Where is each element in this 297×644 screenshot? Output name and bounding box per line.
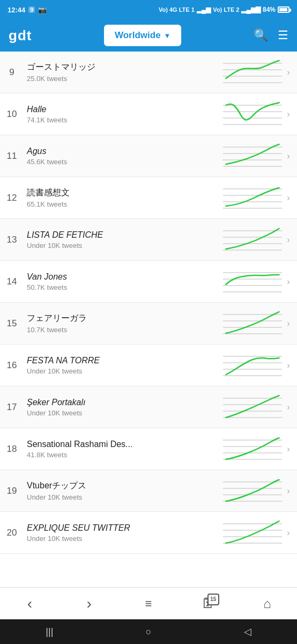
trend-chevron-icon: › bbox=[283, 68, 294, 77]
battery-icon bbox=[278, 6, 289, 13]
region-label: Worldwide bbox=[115, 30, 161, 41]
android-home-button[interactable]: ○ bbox=[135, 626, 162, 638]
trend-sparkline bbox=[223, 518, 282, 547]
trend-chevron-icon: › bbox=[283, 319, 294, 328]
trend-info: Halle74.1K tweets bbox=[24, 98, 223, 130]
app-logo: gdt bbox=[9, 27, 32, 44]
trend-chevron-icon: › bbox=[283, 109, 294, 119]
header-icons: 🔍 ☰ bbox=[254, 28, 288, 42]
trend-rank: 10 bbox=[0, 109, 24, 120]
list-item[interactable]: 19VtuberチップスUnder 10K tweets› bbox=[0, 470, 297, 512]
trend-chevron-icon: › bbox=[283, 361, 294, 370]
trend-name: FESTA NA TORRE bbox=[27, 356, 221, 365]
android-recent-icon: ||| bbox=[46, 626, 53, 638]
signal-info2: Vo) LTE 2 bbox=[213, 6, 239, 13]
trend-chevron-icon: › bbox=[283, 151, 294, 161]
trend-tweet-count: 41.8K tweets bbox=[27, 451, 221, 459]
trend-tweet-count: Under 10K tweets bbox=[27, 367, 221, 375]
trend-sparkline bbox=[223, 225, 282, 254]
trend-tweet-count: Under 10K tweets bbox=[27, 241, 221, 250]
trend-sparkline bbox=[223, 477, 282, 506]
trend-rank: 19 bbox=[0, 486, 24, 496]
android-back-icon: ◁ bbox=[244, 626, 251, 638]
app-header: gdt Worldwide ▼ 🔍 ☰ bbox=[0, 19, 297, 52]
trend-name: ゴーストマリッジ bbox=[27, 62, 221, 73]
trend-sparkline bbox=[223, 435, 282, 464]
back-icon: ‹ bbox=[27, 595, 32, 612]
trend-name: Sensational Rashami Des... bbox=[27, 440, 221, 449]
trend-sparkline bbox=[223, 309, 282, 338]
list-item[interactable]: 12読書感想文65.1K tweets› bbox=[0, 177, 297, 219]
list-item[interactable]: 16FESTA NA TORREUnder 10K tweets› bbox=[0, 345, 297, 386]
trend-name: Şeker Portakalı bbox=[27, 398, 221, 407]
menu-button[interactable]: ≡ bbox=[135, 590, 162, 617]
trend-sparkline bbox=[223, 58, 282, 87]
trend-name: Vtuberチップス bbox=[27, 480, 221, 492]
list-item[interactable]: 11Agus45.6K tweets› bbox=[0, 135, 297, 177]
list-item[interactable]: 15フェアリーガラ10.7K tweets› bbox=[0, 303, 297, 345]
trend-tweet-count: Under 10K tweets bbox=[27, 493, 221, 501]
trend-info: FESTA NA TORREUnder 10K tweets bbox=[24, 349, 223, 382]
trend-sparkline bbox=[223, 142, 282, 171]
search-icon[interactable]: 🔍 bbox=[254, 28, 268, 42]
menu-icon[interactable]: ☰ bbox=[278, 28, 288, 42]
calendar-badge: 15 bbox=[207, 594, 219, 605]
trend-info: ゴーストマリッジ25.0K tweets bbox=[24, 55, 223, 89]
trend-rank: 13 bbox=[0, 235, 24, 245]
home-icon: ⌂ bbox=[263, 596, 271, 611]
trend-sparkline bbox=[223, 184, 282, 213]
trend-tweet-count: Under 10K tweets bbox=[27, 409, 221, 417]
trend-name: Van Jones bbox=[27, 272, 221, 282]
trend-info: Şeker PortakalıUnder 10K tweets bbox=[24, 391, 223, 423]
trend-info: 読書感想文65.1K tweets bbox=[24, 181, 223, 215]
trend-info: LISTA DE FETICHEUnder 10K tweets bbox=[24, 224, 223, 256]
trend-rank: 14 bbox=[0, 276, 24, 287]
trend-rank: 16 bbox=[0, 360, 24, 371]
notification-icon: 📷 bbox=[38, 6, 47, 14]
trend-info: VtuberチップスUnder 10K tweets bbox=[24, 474, 223, 508]
trend-chevron-icon: › bbox=[283, 486, 294, 496]
list-item[interactable]: 17Şeker PortakalıUnder 10K tweets› bbox=[0, 386, 297, 428]
home-button[interactable]: ⌂ bbox=[254, 590, 281, 617]
bottom-nav: ‹ › ≡ 🗓 15 ⌂ bbox=[0, 587, 297, 619]
signal-info: Vo) 4G LTE 1 bbox=[159, 6, 195, 13]
trend-tweet-count: 50.7K tweets bbox=[27, 283, 221, 291]
forward-button[interactable]: › bbox=[76, 590, 102, 617]
trend-rank: 15 bbox=[0, 318, 24, 329]
calendar-button[interactable]: 🗓 15 bbox=[195, 590, 221, 617]
trend-tweet-count: 45.6K tweets bbox=[27, 158, 221, 166]
android-home-icon: ○ bbox=[146, 626, 152, 638]
trend-chevron-icon: › bbox=[283, 235, 294, 245]
trending-list: 9ゴーストマリッジ25.0K tweets›10Halle74.1K tweet… bbox=[0, 52, 297, 587]
trend-name: LISTA DE FETICHE bbox=[27, 230, 221, 240]
trend-tweet-count: Under 10K tweets bbox=[27, 535, 221, 543]
trend-rank: 11 bbox=[0, 151, 24, 162]
list-item[interactable]: 13LISTA DE FETICHEUnder 10K tweets› bbox=[0, 219, 297, 261]
chevron-down-icon: ▼ bbox=[164, 32, 171, 40]
android-recent-button[interactable]: ||| bbox=[36, 626, 63, 638]
trend-rank: 18 bbox=[0, 444, 24, 455]
list-item[interactable]: 10Halle74.1K tweets› bbox=[0, 93, 297, 135]
android-back-button[interactable]: ◁ bbox=[234, 626, 261, 638]
trend-tweet-count: 25.0K tweets bbox=[27, 75, 221, 83]
trend-chevron-icon: › bbox=[283, 193, 294, 203]
trend-chevron-icon: › bbox=[283, 444, 294, 454]
list-item[interactable]: 18Sensational Rashami Des...41.8K tweets… bbox=[0, 428, 297, 470]
trend-name: Halle bbox=[27, 105, 221, 114]
trend-rank: 12 bbox=[0, 193, 24, 203]
list-item[interactable]: 9ゴーストマリッジ25.0K tweets› bbox=[0, 52, 297, 93]
trend-info: EXPLIQUE SEU TWITTERUnder 10K tweets bbox=[24, 517, 223, 549]
trend-chevron-icon: › bbox=[283, 528, 294, 538]
list-item[interactable]: 20EXPLIQUE SEU TWITTERUnder 10K tweets› bbox=[0, 512, 297, 554]
trend-name: フェアリーガラ bbox=[27, 313, 221, 324]
trend-rank: 9 bbox=[0, 67, 24, 78]
list-item[interactable]: 14Van Jones50.7K tweets› bbox=[0, 261, 297, 303]
back-button[interactable]: ‹ bbox=[16, 590, 43, 617]
trend-sparkline bbox=[223, 100, 282, 129]
trend-sparkline bbox=[223, 393, 282, 422]
hamburger-icon: ≡ bbox=[145, 597, 152, 611]
notification-count: 9 bbox=[28, 6, 35, 13]
status-time: 12:44 bbox=[8, 6, 25, 14]
status-bar: 12:44 9 📷 Vo) 4G LTE 1 ▂▄▆ Vo) LTE 2 ▂▄▆… bbox=[0, 0, 297, 19]
region-selector[interactable]: Worldwide ▼ bbox=[104, 25, 182, 46]
